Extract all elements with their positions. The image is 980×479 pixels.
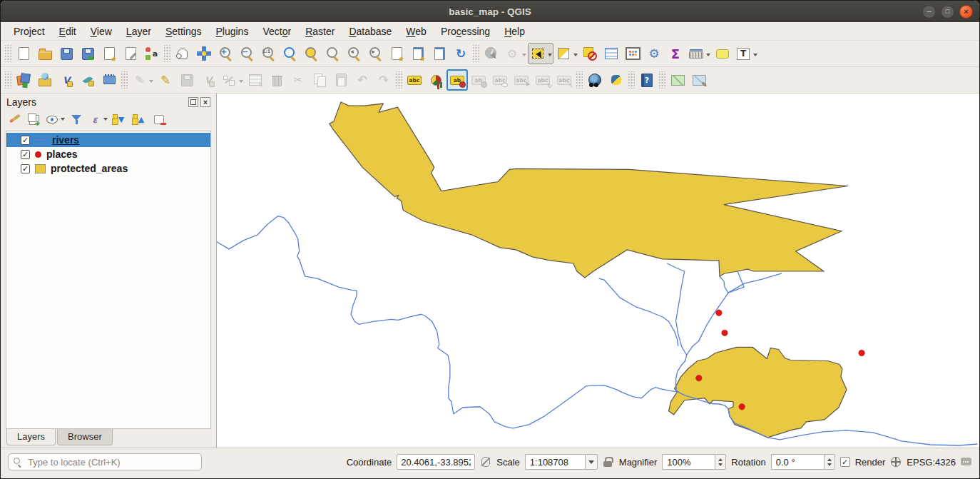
open-project[interactable] xyxy=(34,43,56,64)
add-feature[interactable]: V xyxy=(198,69,219,91)
zoom-to-layer[interactable] xyxy=(322,43,343,64)
move-label[interactable]: abc xyxy=(511,69,532,91)
style-manager[interactable]: a xyxy=(141,43,163,64)
menu-vector[interactable]: Vector xyxy=(255,24,298,39)
zoom-last[interactable]: ◂ xyxy=(343,43,364,64)
menu-raster[interactable]: Raster xyxy=(298,24,342,39)
menu-web[interactable]: Web xyxy=(399,24,434,39)
layer-checkbox[interactable] xyxy=(21,136,30,145)
add-group[interactable] xyxy=(25,111,42,128)
select-features-by-value[interactable] xyxy=(553,43,579,64)
measure-line[interactable] xyxy=(686,43,712,64)
show-layout-manager[interactable] xyxy=(120,43,141,64)
text-annotation[interactable]: T xyxy=(733,43,759,64)
zoom-next[interactable]: ▸ xyxy=(364,43,386,64)
crs-globe-icon[interactable] xyxy=(890,456,902,468)
menu-database[interactable]: Database xyxy=(342,24,399,39)
tab-layers[interactable]: Layers xyxy=(6,429,56,445)
open-field-calculator[interactable] xyxy=(622,43,643,64)
redo[interactable]: ↷ xyxy=(373,69,394,91)
layer-row-places[interactable]: places xyxy=(6,147,210,161)
menu-settings[interactable]: Settings xyxy=(158,24,209,39)
modify-attributes-of-selected[interactable] xyxy=(245,69,266,91)
cut-features[interactable]: ✂ xyxy=(287,69,309,91)
toggle-editing[interactable]: ✎ xyxy=(155,69,176,91)
new-spatial-bookmark[interactable] xyxy=(386,43,407,64)
layer-labeling-options[interactable]: abc xyxy=(404,69,425,91)
locator-input[interactable] xyxy=(26,456,196,468)
layer-checkbox[interactable] xyxy=(21,164,30,173)
dropdown-caret[interactable] xyxy=(573,54,578,59)
dropdown-caret[interactable] xyxy=(522,54,526,59)
highlight-pinned-labels[interactable]: ab xyxy=(468,69,489,91)
layer-checkbox[interactable] xyxy=(21,150,30,159)
statistical-summary[interactable]: Σ xyxy=(665,43,686,64)
zoom-to-selection[interactable] xyxy=(300,43,322,64)
titlebar[interactable]: basic_map - QGIS xyxy=(1,1,979,22)
zoom-in[interactable]: + xyxy=(215,43,236,64)
refresh-map[interactable]: ↻ xyxy=(450,43,471,64)
help-contents[interactable]: ? xyxy=(636,69,658,91)
menu-help[interactable]: Help xyxy=(497,24,532,39)
filter-legend[interactable] xyxy=(68,111,85,128)
menu-processing[interactable]: Processing xyxy=(434,24,497,39)
scale-combo[interactable]: 1:108708 xyxy=(525,454,598,470)
map-canvas[interactable] xyxy=(216,94,979,448)
new-spatialite-layer[interactable] xyxy=(77,69,98,91)
dropdown-caret[interactable] xyxy=(753,54,757,59)
plugin-map-annotate[interactable] xyxy=(688,69,710,91)
show-hidden-labels[interactable]: abc xyxy=(489,69,511,91)
layer-row-rivers[interactable]: rivers xyxy=(6,133,210,147)
save-layer-edits[interactable] xyxy=(176,69,198,91)
magnifier-spinbox[interactable]: 100% xyxy=(662,454,726,470)
lock-scale-icon[interactable] xyxy=(603,456,614,468)
spatial-bookmark-manager[interactable] xyxy=(429,43,450,64)
dropdown-caret[interactable] xyxy=(548,54,552,59)
plugin-quickmap[interactable] xyxy=(667,69,688,91)
spinner-buttons[interactable] xyxy=(824,454,835,470)
processing-toolbox[interactable]: ⚙ xyxy=(643,43,665,64)
rotation-spinbox[interactable]: 0.0 ° xyxy=(771,454,835,470)
rotate-label[interactable]: abc xyxy=(532,69,553,91)
python-console[interactable] xyxy=(606,69,627,91)
dropdown-caret[interactable] xyxy=(239,80,243,85)
menu-project[interactable]: Project xyxy=(6,24,52,39)
spinner-buttons[interactable] xyxy=(715,454,726,470)
coordinate-input[interactable] xyxy=(397,454,475,470)
open-attribute-table[interactable] xyxy=(601,43,622,64)
dropdown-caret[interactable] xyxy=(149,80,153,85)
crs-value[interactable]: EPSG:4326 xyxy=(907,457,956,468)
close-icon[interactable] xyxy=(959,5,973,19)
layer-tree[interactable]: riversplacesprotected_areas xyxy=(6,131,211,429)
layer-row-protected_areas[interactable]: protected_areas xyxy=(6,161,210,176)
locator-bar[interactable] xyxy=(8,453,202,470)
new-shapefile-layer[interactable]: V xyxy=(56,69,77,91)
current-edits[interactable]: ✎ xyxy=(129,69,155,91)
panel-float-icon[interactable] xyxy=(188,97,198,107)
dropdown-caret[interactable] xyxy=(61,118,65,123)
save-project[interactable] xyxy=(56,43,77,64)
menu-plugins[interactable]: Plugins xyxy=(208,24,255,39)
paste-features[interactable] xyxy=(330,69,352,91)
metasearch-catalog-client[interactable] xyxy=(584,69,606,91)
map-tips[interactable] xyxy=(712,43,733,64)
pan-to-selection[interactable] xyxy=(193,43,215,64)
change-label-properties[interactable]: abc xyxy=(553,69,575,91)
deselect-all-features[interactable] xyxy=(579,43,601,64)
panel-close-icon[interactable] xyxy=(200,97,210,107)
extents-toggle-icon[interactable] xyxy=(480,456,491,468)
new-virtual-layer[interactable] xyxy=(98,69,120,91)
menu-edit[interactable]: Edit xyxy=(52,24,83,39)
pin-unpin-labels[interactable]: ab xyxy=(446,69,468,91)
zoom-full[interactable] xyxy=(279,43,300,64)
copy-features[interactable] xyxy=(309,69,330,91)
manage-map-themes[interactable] xyxy=(45,111,65,128)
select-features[interactable] xyxy=(528,43,553,64)
layer-diagram-options[interactable] xyxy=(425,69,446,91)
pan-map[interactable] xyxy=(172,43,193,64)
vertex-tool[interactable] xyxy=(219,69,245,91)
zoom-native[interactable]: 1:1 xyxy=(257,43,279,64)
new-geopackage-layer[interactable] xyxy=(34,69,56,91)
collapse-all[interactable]: ▲ xyxy=(131,111,148,128)
filter-legend-by-expression[interactable]: ε xyxy=(88,111,108,128)
